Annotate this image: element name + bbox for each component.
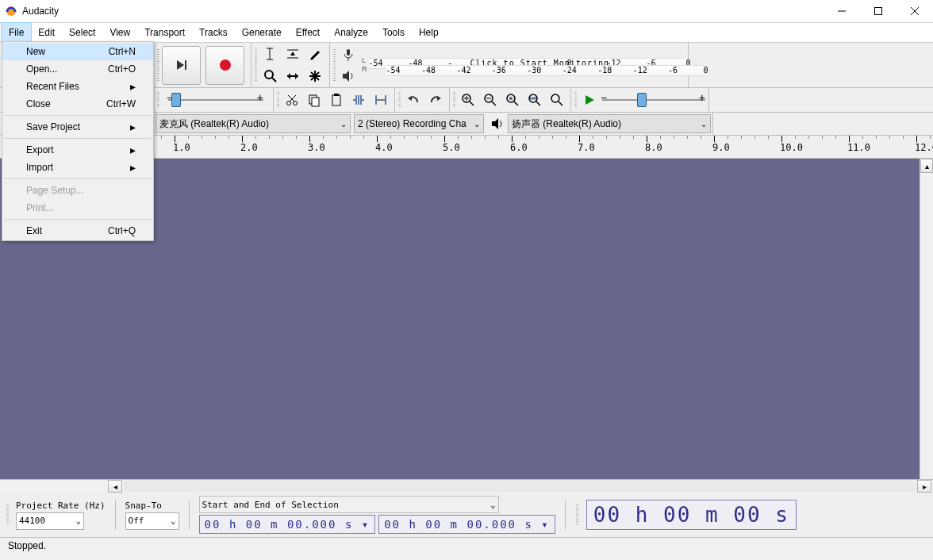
window-title: Audacity xyxy=(22,6,59,17)
undo-icon[interactable] xyxy=(403,90,424,110)
playback-meter[interactable]: -54-48-42-36-30-24-18-12-60 xyxy=(386,65,704,76)
envelope-tool-icon[interactable] xyxy=(282,44,303,64)
play-speed-slider[interactable]: −+ xyxy=(602,90,705,110)
svg-line-15 xyxy=(272,78,276,82)
volume-slider[interactable]: −+ xyxy=(168,90,263,110)
file-exit[interactable]: ExitCtrl+Q xyxy=(2,222,153,240)
record-button[interactable] xyxy=(205,46,244,85)
menu-file[interactable]: File xyxy=(2,23,31,42)
zoom-toggle-icon[interactable] xyxy=(547,90,567,110)
toolbar-grip[interactable] xyxy=(5,500,10,530)
file-open[interactable]: Open...Ctrl+O xyxy=(2,60,153,78)
cut-icon[interactable] xyxy=(282,90,302,110)
file-print[interactable]: Print... xyxy=(2,199,153,217)
scroll-right-arrow[interactable]: ▸ xyxy=(917,480,931,493)
redo-icon[interactable] xyxy=(425,90,446,110)
svg-marker-5 xyxy=(177,60,184,70)
menu-edit[interactable]: Edit xyxy=(31,23,62,42)
recording-device-dropdown[interactable]: 麦克风 (Realtek(R) Audio)⌄ xyxy=(156,114,351,133)
toolbar-grip[interactable] xyxy=(575,500,580,530)
menu-transport[interactable]: Transport xyxy=(137,23,192,42)
snap-to-label: Snap-To xyxy=(125,501,179,511)
scroll-left-arrow[interactable]: ◂ xyxy=(108,480,122,493)
selection-end-time[interactable]: 00 h 00 m 00.000 s ▾ xyxy=(378,515,555,534)
svg-point-27 xyxy=(294,102,298,105)
paste-icon[interactable] xyxy=(326,90,347,110)
svg-rect-33 xyxy=(334,94,339,96)
svg-point-26 xyxy=(287,102,291,105)
snap-to-dropdown[interactable]: Off⌄ xyxy=(125,512,179,530)
copy-icon[interactable] xyxy=(304,90,324,110)
horizontal-scrollbar[interactable]: ◂ ▸ xyxy=(0,479,933,493)
menu-tools[interactable]: Tools xyxy=(375,23,412,42)
audio-position-time[interactable]: 00 h 00 m 00 s xyxy=(586,500,797,530)
menu-analyze[interactable]: Analyze xyxy=(327,23,375,42)
scroll-up-arrow[interactable]: ▴ xyxy=(920,159,933,173)
menu-tracks[interactable]: Tracks xyxy=(192,23,235,42)
svg-rect-32 xyxy=(332,95,340,105)
speaker-device-icon xyxy=(487,113,508,134)
meter-l-label: L xyxy=(362,56,367,65)
svg-marker-60 xyxy=(492,118,498,129)
draw-tool-icon[interactable] xyxy=(305,44,325,64)
multi-tool-icon[interactable] xyxy=(305,66,325,86)
zoom-tool-icon[interactable] xyxy=(260,66,281,86)
playback-device-dropdown[interactable]: 扬声器 (Realtek(R) Audio)⌄ xyxy=(508,114,711,133)
skip-end-button[interactable] xyxy=(162,46,201,85)
svg-rect-36 xyxy=(360,95,362,105)
menubar: File Edit Select View Transport Tracks G… xyxy=(0,23,933,43)
menu-select[interactable]: Select xyxy=(62,23,102,42)
status-text: Stopped. xyxy=(8,540,46,551)
file-export[interactable]: Export▸ xyxy=(2,141,153,159)
recording-channels-dropdown[interactable]: 2 (Stereo) Recording Cha⌄ xyxy=(354,114,484,133)
project-rate-dropdown[interactable]: 44100⌄ xyxy=(16,512,84,530)
trim-icon[interactable] xyxy=(348,90,369,110)
project-rate-label: Project Rate (Hz) xyxy=(16,501,106,511)
fit-project-icon[interactable] xyxy=(524,90,545,110)
svg-marker-13 xyxy=(290,52,295,56)
window-maximize[interactable] xyxy=(860,0,897,22)
svg-line-55 xyxy=(536,102,540,105)
zoom-in-icon[interactable] xyxy=(458,90,478,110)
timeshift-tool-icon[interactable] xyxy=(282,66,303,86)
svg-marker-42 xyxy=(408,96,412,101)
fit-selection-icon[interactable] xyxy=(502,90,523,110)
file-close[interactable]: CloseCtrl+W xyxy=(2,95,153,113)
file-import[interactable]: Import▸ xyxy=(2,159,153,176)
menu-generate[interactable]: Generate xyxy=(235,23,289,42)
selection-mode-dropdown[interactable]: Start and End of Selection⌄ xyxy=(199,496,499,513)
svg-rect-6 xyxy=(185,60,186,70)
status-bar: Stopped. xyxy=(0,537,933,554)
svg-marker-43 xyxy=(437,96,441,101)
zoom-out-icon[interactable] xyxy=(480,90,501,110)
window-close[interactable] xyxy=(897,0,933,22)
svg-marker-25 xyxy=(343,71,349,82)
svg-line-53 xyxy=(514,102,518,105)
menu-effect[interactable]: Effect xyxy=(289,23,327,42)
file-new[interactable]: NewCtrl+N xyxy=(2,43,153,60)
svg-marker-18 xyxy=(295,73,298,79)
svg-marker-17 xyxy=(287,73,290,79)
svg-line-28 xyxy=(290,95,296,102)
vertical-scrollbar[interactable]: ▴ xyxy=(920,159,933,479)
svg-rect-35 xyxy=(358,95,359,105)
file-save-project[interactable]: Save Project▸ xyxy=(2,118,153,136)
window-minimize[interactable] xyxy=(824,0,860,22)
svg-rect-34 xyxy=(355,95,357,105)
svg-rect-52 xyxy=(509,97,513,100)
selection-start-time[interactable]: 00 h 00 m 00.000 s ▾ xyxy=(199,515,376,534)
svg-line-58 xyxy=(559,102,562,105)
svg-rect-2 xyxy=(875,8,882,15)
play-at-speed-icon[interactable] xyxy=(579,90,600,110)
menu-view[interactable]: View xyxy=(102,23,137,42)
speaker-icon[interactable] xyxy=(338,66,359,86)
selection-tool-icon[interactable] xyxy=(260,44,281,64)
titlebar: Audacity xyxy=(0,0,933,23)
mic-icon[interactable] xyxy=(338,44,359,65)
menu-help[interactable]: Help xyxy=(412,23,446,42)
svg-line-47 xyxy=(470,102,474,105)
file-page-setup[interactable]: Page Setup... xyxy=(2,182,153,199)
svg-rect-40 xyxy=(385,95,386,105)
silence-icon[interactable] xyxy=(371,90,391,110)
file-recent[interactable]: Recent Files▸ xyxy=(2,78,153,95)
